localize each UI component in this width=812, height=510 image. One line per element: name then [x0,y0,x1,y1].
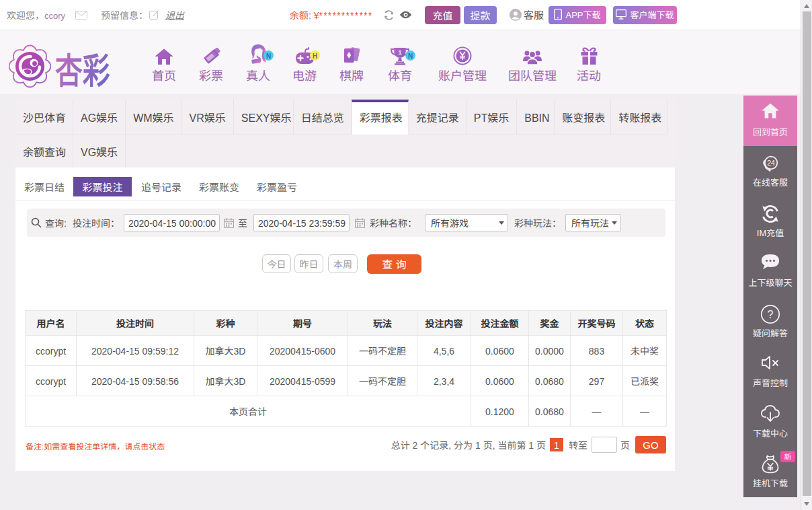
svg-text:1: 1 [398,49,401,56]
svg-text:?: ? [768,308,774,320]
svg-text:24: 24 [767,159,775,167]
